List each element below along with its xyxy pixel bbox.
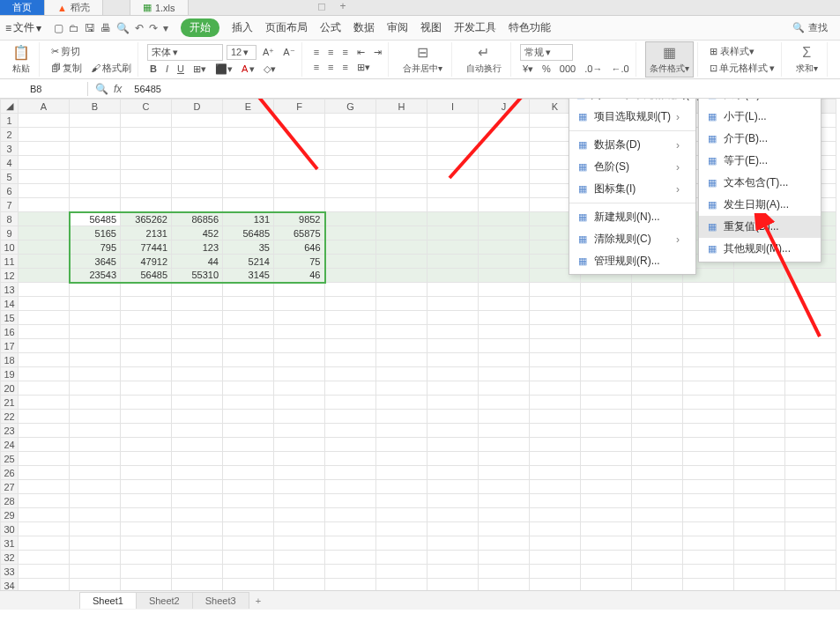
- tab-add[interactable]: +: [331, 0, 355, 15]
- fx-icon[interactable]: fx: [114, 83, 122, 95]
- cell-F18[interactable]: [274, 353, 325, 367]
- cell-H5[interactable]: [376, 170, 427, 184]
- align-center-icon[interactable]: ≡: [325, 61, 336, 73]
- cell-H28[interactable]: [376, 494, 427, 508]
- cell-B3[interactable]: [70, 142, 121, 156]
- cell-E30[interactable]: [223, 522, 274, 536]
- cell-E23[interactable]: [223, 424, 274, 438]
- cell-I20[interactable]: [427, 381, 479, 396]
- cell-H26[interactable]: [376, 466, 427, 480]
- cell-C12[interactable]: 56485: [121, 269, 172, 283]
- row-header-11[interactable]: 11: [1, 255, 19, 269]
- row-header-10[interactable]: 10: [1, 240, 19, 255]
- fx-search-icon[interactable]: 🔍: [95, 83, 108, 95]
- cell-I5[interactable]: [427, 170, 479, 184]
- row-header-31[interactable]: 31: [1, 536, 19, 551]
- cell-O31[interactable]: [734, 536, 785, 551]
- cell-G29[interactable]: [325, 508, 376, 522]
- cell-H8[interactable]: [376, 212, 427, 226]
- dec-dec-icon[interactable]: ←.0: [608, 63, 631, 75]
- cell-J8[interactable]: [479, 212, 530, 226]
- cell-H13[interactable]: [376, 283, 427, 297]
- menu1-item-5[interactable]: ▦图标集(I): [569, 178, 695, 200]
- cell-A19[interactable]: [19, 367, 70, 381]
- cell-G19[interactable]: [325, 367, 376, 381]
- cell-M13[interactable]: [632, 283, 683, 297]
- cell-G10[interactable]: [325, 240, 376, 255]
- cell-H15[interactable]: [376, 311, 427, 325]
- cell-N26[interactable]: [683, 466, 734, 480]
- cell-F7[interactable]: [274, 198, 325, 212]
- cell-A5[interactable]: [19, 170, 70, 184]
- qat-preview-icon[interactable]: 🔍: [116, 22, 130, 34]
- cell-E1[interactable]: [223, 114, 274, 128]
- cell-A32[interactable]: [19, 551, 70, 565]
- cell-D29[interactable]: [172, 508, 223, 522]
- cell-O29[interactable]: [734, 508, 785, 522]
- cell-F2[interactable]: [274, 128, 325, 142]
- cell-H18[interactable]: [376, 353, 427, 367]
- cell-M21[interactable]: [632, 396, 683, 410]
- cell-L28[interactable]: [581, 494, 632, 508]
- row-header-9[interactable]: 9: [1, 226, 19, 240]
- cell-O15[interactable]: [734, 311, 785, 325]
- cell-M28[interactable]: [632, 494, 683, 508]
- cell-D11[interactable]: 44: [172, 255, 223, 269]
- currency-icon[interactable]: ¥▾: [520, 63, 536, 76]
- cell-N21[interactable]: [683, 396, 734, 410]
- cell-B13[interactable]: [70, 283, 121, 297]
- cell-D28[interactable]: [172, 494, 223, 508]
- cell-E32[interactable]: [223, 551, 274, 565]
- row-header-7[interactable]: 7: [1, 198, 19, 212]
- cell-D31[interactable]: [172, 536, 223, 551]
- cell-A28[interactable]: [19, 494, 70, 508]
- cell-K26[interactable]: [530, 466, 581, 480]
- cell-P22[interactable]: [785, 410, 836, 424]
- cell-N17[interactable]: [683, 339, 734, 353]
- row-header-5[interactable]: 5: [1, 170, 19, 184]
- cell-K21[interactable]: [530, 396, 581, 410]
- cell-C32[interactable]: [121, 551, 172, 565]
- cell-B32[interactable]: [70, 551, 121, 565]
- cell-L26[interactable]: [581, 466, 632, 480]
- cell-H1[interactable]: [376, 114, 427, 128]
- cell-K16[interactable]: [530, 325, 581, 339]
- cell-C21[interactable]: [121, 396, 172, 410]
- cell-J20[interactable]: [479, 381, 530, 396]
- cell-B15[interactable]: [70, 311, 121, 325]
- menutab-special[interactable]: 特色功能: [509, 20, 551, 35]
- add-sheet-button[interactable]: +: [249, 593, 268, 609]
- cell-D8[interactable]: 86856: [172, 212, 223, 226]
- cell-J2[interactable]: [479, 128, 530, 142]
- menu1-item-8[interactable]: ▦清除规则(C): [569, 228, 695, 250]
- cell-I29[interactable]: [427, 508, 479, 522]
- cell-J13[interactable]: [479, 283, 530, 297]
- cell-J22[interactable]: [479, 410, 530, 424]
- cell-B10[interactable]: 795: [70, 240, 121, 255]
- bold-button[interactable]: B: [147, 63, 160, 75]
- cell-M16[interactable]: [632, 325, 683, 339]
- cell-I21[interactable]: [427, 396, 479, 410]
- cell-B14[interactable]: [70, 297, 121, 311]
- cell-N13[interactable]: [683, 283, 734, 297]
- cell-F32[interactable]: [274, 551, 325, 565]
- cell-F11[interactable]: 75: [274, 255, 325, 269]
- cell-D3[interactable]: [172, 142, 223, 156]
- cell-F5[interactable]: [274, 170, 325, 184]
- cell-L20[interactable]: [581, 381, 632, 396]
- cell-H25[interactable]: [376, 452, 427, 466]
- cell-L30[interactable]: [581, 522, 632, 536]
- cell-F12[interactable]: 46: [274, 269, 325, 283]
- cell-P33[interactable]: [785, 565, 836, 579]
- cell-H3[interactable]: [376, 142, 427, 156]
- cell-A12[interactable]: [19, 269, 70, 283]
- cell-F26[interactable]: [274, 466, 325, 480]
- cell-D2[interactable]: [172, 128, 223, 142]
- cell-O25[interactable]: [734, 452, 785, 466]
- cell-J10[interactable]: [479, 240, 530, 255]
- cell-H23[interactable]: [376, 424, 427, 438]
- cell-N31[interactable]: [683, 536, 734, 551]
- align-left-icon[interactable]: ≡: [311, 61, 322, 73]
- col-header-J[interactable]: J: [479, 100, 530, 114]
- cell-A10[interactable]: [19, 240, 70, 255]
